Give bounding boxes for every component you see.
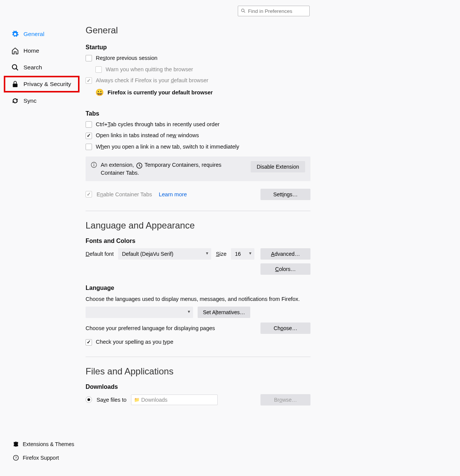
ctrl-tab-checkbox[interactable]: [86, 121, 92, 128]
default-font-row: Default font Default (DejaVu Serif) Size…: [86, 248, 310, 260]
ctrl-tab-row: Ctrl+Tab cycles through tabs in recently…: [86, 121, 310, 128]
help-icon: ?: [13, 455, 19, 461]
default-font-select[interactable]: Default (DejaVu Serif): [118, 248, 211, 260]
sidebar-item-support[interactable]: ? Firefox Support: [11, 451, 80, 465]
main-content: General Startup Restore previous session…: [86, 25, 310, 410]
svg-line-1: [244, 11, 245, 13]
always-check-checkbox: [86, 77, 92, 84]
container-tabs-row: Enable Container Tabs Learn more Setting…: [86, 189, 310, 200]
files-apps-heading: Files and Applications: [86, 366, 310, 377]
language-heading: Language: [86, 285, 310, 291]
browse-button[interactable]: Browse…: [260, 394, 310, 406]
default-font-label: Default font: [86, 251, 114, 257]
sidebar-item-privacy[interactable]: Privacy & Security: [4, 76, 80, 92]
page-language-row: Choose your preferred language for displ…: [86, 323, 310, 334]
svg-point-8: [94, 163, 94, 164]
sidebar-item-label: Privacy & Security: [23, 81, 71, 88]
switch-tab-row: When you open a link in a new tab, switc…: [86, 143, 310, 151]
page-language-desc: Choose your preferred language for displ…: [86, 325, 215, 331]
sidebar-item-extensions[interactable]: Extensions & Themes: [11, 437, 80, 451]
section-separator: [86, 357, 310, 357]
container-tabs-label: Enable Container Tabs: [97, 191, 152, 197]
info-icon: [91, 162, 97, 168]
svg-text:?: ?: [15, 456, 17, 460]
warn-quit-checkbox: [95, 66, 102, 73]
section-separator: [86, 211, 310, 211]
ctrl-tab-label: Ctrl+Tab cycles through tabs in recently…: [96, 121, 220, 128]
puzzle-icon: [13, 441, 19, 447]
sidebar-item-general[interactable]: General: [10, 26, 80, 42]
search-icon: [241, 8, 246, 13]
switch-tab-checkbox[interactable]: [86, 144, 92, 150]
download-path-wrap: 📁: [131, 395, 256, 405]
spellcheck-label: Check your spelling as you type: [96, 338, 173, 346]
save-files-radio[interactable]: [86, 396, 92, 403]
always-check-label: Always check if Firefox is your default …: [96, 77, 208, 85]
disable-extension-button[interactable]: Disable Extension: [251, 161, 305, 172]
page-title: General: [86, 25, 310, 36]
sidebar-item-label: Extensions & Themes: [23, 441, 74, 447]
spellcheck-row: Check your spelling as you type: [86, 338, 310, 346]
choose-language-button[interactable]: Choose…: [260, 323, 310, 334]
restore-session-checkbox[interactable]: [86, 55, 92, 61]
folder-icon: 📁: [134, 397, 140, 402]
warn-quit-label: Warn you when quitting the browser: [106, 66, 193, 74]
svg-line-3: [16, 69, 18, 70]
save-files-row: Save files to 📁 Browse…: [86, 394, 310, 406]
save-files-label: Save files to: [97, 397, 126, 403]
search-container: [238, 6, 310, 16]
lock-icon: [11, 80, 19, 88]
warn-quit-row: Warn you when quitting the browser: [95, 66, 310, 74]
container-settings-button[interactable]: Settings…: [260, 189, 310, 200]
set-alternatives-button[interactable]: Set Alternatives…: [198, 307, 250, 318]
sidebar-item-sync[interactable]: Sync: [10, 92, 80, 109]
sidebar-item-search[interactable]: Search: [10, 59, 80, 76]
sidebar-item-label: Home: [23, 47, 39, 54]
sync-icon: [11, 97, 19, 105]
svg-point-2: [12, 65, 17, 69]
search-input[interactable]: [238, 6, 310, 16]
sidebar-item-label: Search: [23, 64, 42, 71]
advanced-fonts-button[interactable]: Advanced…: [260, 248, 310, 260]
download-path-input[interactable]: [131, 395, 218, 405]
switch-tab-label: When you open a link in a new tab, switc…: [96, 143, 239, 151]
startup-heading: Startup: [86, 44, 310, 51]
sidebar: General Home Search Privacy & Security S…: [10, 26, 80, 109]
size-label: Size: [216, 251, 226, 257]
default-status-text: Firefox is currently your default browse…: [108, 89, 213, 96]
colors-row: Colors…: [86, 263, 310, 275]
container-tabs-checkbox: [86, 191, 92, 197]
language-select-row: Set Alternatives…: [86, 307, 310, 318]
extension-notice: An extension, Temporary Containers, requ…: [86, 157, 310, 181]
sidebar-bottom: Extensions & Themes ? Firefox Support: [11, 437, 80, 465]
svg-rect-4: [13, 84, 17, 87]
always-check-row: Always check if Firefox is your default …: [86, 77, 310, 85]
tabs-heading: Tabs: [86, 110, 310, 117]
search-icon: [11, 64, 19, 71]
downloads-heading: Downloads: [86, 384, 310, 390]
restore-session-row: Restore previous session: [86, 55, 310, 62]
smile-icon: 😀: [95, 88, 104, 97]
svg-rect-9: [94, 164, 94, 166]
sidebar-item-label: Sync: [23, 97, 36, 104]
default-browser-status: 😀 Firefox is currently your default brow…: [95, 88, 310, 97]
open-links-row: Open links in tabs instead of new window…: [86, 132, 310, 139]
language-description: Choose the languages used to display men…: [86, 295, 310, 303]
gear-icon: [11, 30, 19, 38]
font-size-select[interactable]: 16: [231, 248, 254, 260]
lang-appearance-heading: Language and Appearance: [86, 220, 310, 231]
fonts-colors-heading: Fonts and Colors: [86, 238, 310, 244]
sidebar-item-label: General: [23, 31, 44, 38]
home-icon: [11, 47, 19, 55]
colors-button[interactable]: Colors…: [260, 263, 310, 275]
restore-session-label: Restore previous session: [96, 55, 157, 62]
language-select[interactable]: [86, 307, 193, 318]
spellcheck-checkbox[interactable]: [86, 339, 92, 346]
learn-more-link[interactable]: Learn more: [159, 191, 187, 197]
extension-icon: [136, 163, 142, 169]
open-links-checkbox[interactable]: [86, 133, 92, 139]
extension-notice-text: An extension, Temporary Containers, requ…: [101, 161, 247, 177]
sidebar-item-label: Firefox Support: [23, 455, 59, 461]
open-links-label: Open links in tabs instead of new window…: [96, 132, 199, 139]
sidebar-item-home[interactable]: Home: [10, 42, 80, 59]
